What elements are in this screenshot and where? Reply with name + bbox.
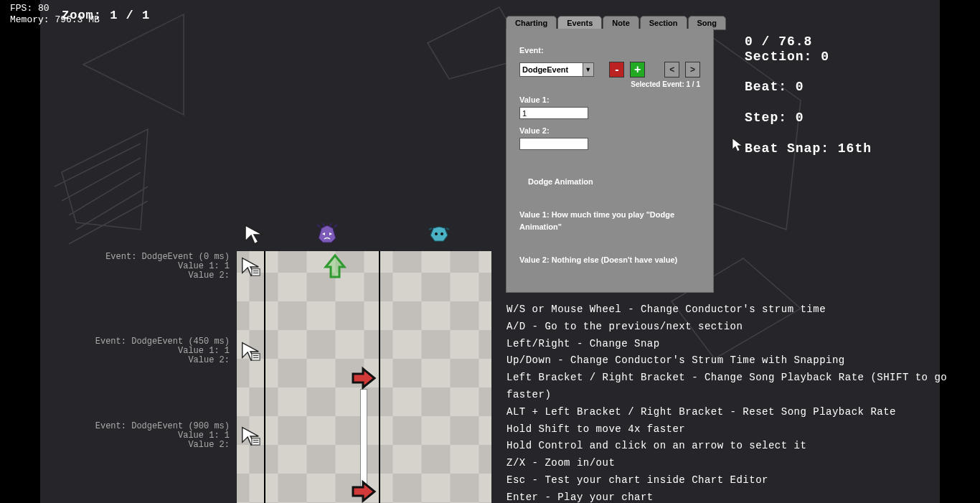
help-line: ALT + Left Bracket / Right Bracket - Res… [507,404,980,421]
panel-tabs: Charting Events Note Section Song [506,16,726,30]
note-right-arrow[interactable] [350,478,377,503]
song-info: 0 / 76.8 Section: 0 Beat: 0 Step: 0 Beat… [745,34,872,156]
chart-grid[interactable] [237,251,491,503]
svg-rect-5 [252,354,260,360]
events-column-icon [242,222,265,245]
event-label-line: Value 2: [93,441,230,450]
help-line: Hold Control and click on an arrow to se… [507,438,980,455]
svg-point-1 [440,232,443,235]
note-sustain[interactable] [360,389,367,489]
value2-input[interactable] [519,138,588,150]
prev-event-button[interactable]: < [664,62,679,77]
help-line: W/S or Mouse Wheel - Change Conductor's … [507,301,980,319]
info-section: Section: 0 [745,50,872,65]
event-dropdown[interactable]: DodgeEvent ▼ [519,62,594,77]
help-line: Up/Down - Change Conductor's Strum Time … [507,352,980,370]
info-snap: Beat Snap: 16th [745,141,872,156]
add-event-button[interactable]: + [630,62,645,77]
tab-song[interactable]: Song [688,16,727,30]
dropdown-arrow-icon: ▼ [583,63,593,76]
event-label-block: Event: DodgeEvent (900 ms) Value 1: 1 Va… [93,422,230,451]
keybinds-help: W/S or Mouse Wheel - Change Conductor's … [507,301,980,503]
event-desc-title: Dodge Animation [528,176,700,189]
cursor-icon [732,138,743,156]
value1-input[interactable] [519,107,588,119]
help-line: Left/Right - Change Snap [507,336,980,353]
svg-rect-8 [252,438,260,445]
help-line: Z/X - Zoom in/out [507,455,980,472]
help-line: Esc - Test your chart inside Chart Edito… [507,472,980,489]
next-event-button[interactable]: > [685,62,700,77]
tab-charting[interactable]: Charting [506,16,557,30]
tab-events[interactable]: Events [557,16,602,30]
help-line: Hold Shift to move 4x faster [507,421,980,438]
value1-label: Value 1: [519,95,700,104]
remove-event-button[interactable]: - [609,62,624,77]
info-time: 0 / 76.8 [745,34,872,50]
event-label-line: Value 2: [93,271,230,281]
info-step: Step: 0 [745,111,872,126]
opponent-icon [316,222,339,245]
help-line: Left Bracket / Right Bracket - Change So… [507,370,980,404]
note-up-arrow[interactable] [321,253,349,280]
selected-event-counter: Selected Event: 1 / 1 [519,80,700,88]
event-desc-value2: Value 2: Nothing else (Doesn't have valu… [519,254,700,267]
event-desc-value1: Value 1: How much time you play "Dodge A… [519,209,700,234]
tab-note[interactable]: Note [603,16,639,30]
event-marker[interactable] [240,255,261,277]
event-marker[interactable] [240,425,261,446]
events-panel: Event: DodgeEvent ▼ - + < > Selected Eve… [506,29,714,293]
note-right-arrow[interactable] [350,365,377,392]
event-label: Event: [519,46,700,55]
player-icon [428,222,451,245]
zoom-label: Zoom: 1 / 1 [62,9,150,22]
svg-point-0 [435,232,438,235]
event-label-line: Value 2: [93,356,230,365]
help-line: Enter - Play your chart [507,489,980,503]
value2-label: Value 2: [519,126,700,135]
svg-rect-2 [252,269,260,276]
event-label-block: Event: DodgeEvent (450 ms) Value 1: 1 Va… [93,337,230,366]
tab-section[interactable]: Section [640,16,687,30]
event-description: Dodge Animation Value 1: How much time y… [519,176,700,266]
event-marker[interactable] [240,340,261,362]
event-dropdown-value: DodgeEvent [522,65,568,74]
info-beat: Beat: 0 [745,80,872,95]
event-label-block: Event: DodgeEvent (0 ms) Value 1: 1 Valu… [93,253,230,281]
help-line: A/D - Go to the previous/next section [507,319,980,336]
